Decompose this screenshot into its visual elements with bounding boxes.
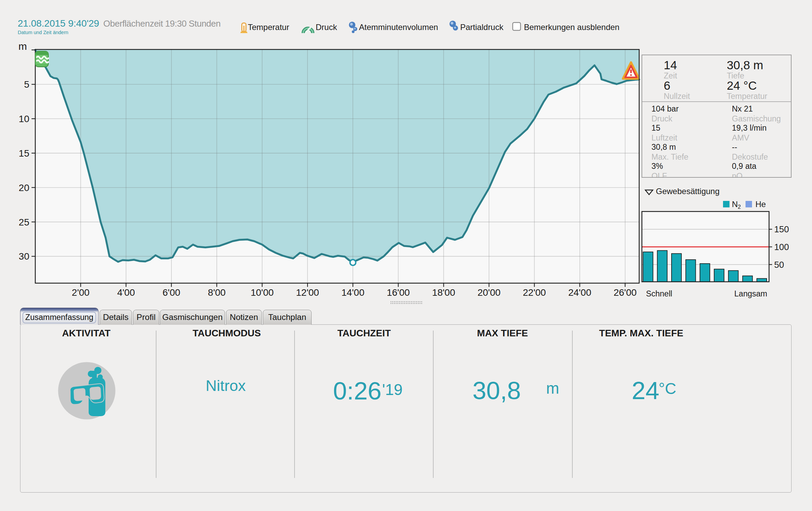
svg-text:Partialdruck: Partialdruck xyxy=(460,23,504,32)
svg-text:30,8: 30,8 xyxy=(472,377,521,404)
svg-text:Temperatur: Temperatur xyxy=(727,92,767,101)
svg-text:26'00: 26'00 xyxy=(614,287,637,298)
svg-text:TEMP. MAX. TIEFE: TEMP. MAX. TIEFE xyxy=(599,328,683,338)
svg-text:Gasmischung: Gasmischung xyxy=(732,114,781,123)
svg-text:30,8 m: 30,8 m xyxy=(727,58,763,72)
svg-text:24'00: 24'00 xyxy=(568,287,591,298)
svg-text:Nitrox: Nitrox xyxy=(206,377,246,394)
svg-text:10'00: 10'00 xyxy=(251,287,274,298)
svg-text:21.08.2015 9:40'29: 21.08.2015 9:40'29 xyxy=(18,18,99,29)
svg-text:TAUCHZEIT: TAUCHZEIT xyxy=(337,328,391,338)
svg-text:Atemminutenvolumen: Atemminutenvolumen xyxy=(359,23,438,32)
svg-text:25: 25 xyxy=(19,217,29,228)
svg-text:12'00: 12'00 xyxy=(296,287,319,298)
svg-text:150: 150 xyxy=(774,224,789,234)
svg-text:4'00: 4'00 xyxy=(117,287,135,298)
svg-text:Nullzeit: Nullzeit xyxy=(664,92,690,101)
svg-text:18'00: 18'00 xyxy=(432,287,455,298)
svg-text:Luftzeit: Luftzeit xyxy=(651,133,677,142)
svg-text:20: 20 xyxy=(19,182,29,193)
svg-text:10: 10 xyxy=(19,114,29,124)
svg-text:0,9 ata: 0,9 ata xyxy=(732,162,757,171)
svg-text:Bemerkungen ausblenden: Bemerkungen ausblenden xyxy=(524,23,619,32)
svg-text:0:26: 0:26 xyxy=(333,377,381,405)
svg-text:22'00: 22'00 xyxy=(523,287,546,298)
svg-text:Max. Tiefe: Max. Tiefe xyxy=(651,152,688,161)
svg-text:Datum und Zeit ändern: Datum und Zeit ändern xyxy=(18,30,68,35)
svg-text:m: m xyxy=(18,41,27,52)
svg-text:19,3 l/min: 19,3 l/min xyxy=(732,123,767,132)
svg-text:m: m xyxy=(546,379,559,397)
svg-text:AKTIVITAT: AKTIVITAT xyxy=(62,328,110,338)
svg-text:°C: °C xyxy=(659,380,676,397)
svg-text:Temperatur: Temperatur xyxy=(248,23,289,32)
svg-text:104 bar: 104 bar xyxy=(651,104,679,113)
svg-text:'19: '19 xyxy=(382,381,403,398)
svg-text:30,8 m: 30,8 m xyxy=(651,143,676,151)
svg-text:AMV: AMV xyxy=(732,133,749,142)
svg-text:He: He xyxy=(755,200,766,209)
svg-text:Druck: Druck xyxy=(651,114,673,123)
svg-text:5: 5 xyxy=(24,79,29,90)
svg-text:16'00: 16'00 xyxy=(387,287,410,298)
svg-text:100: 100 xyxy=(774,242,789,252)
svg-text:Schnell: Schnell xyxy=(646,289,672,298)
svg-text:30: 30 xyxy=(19,251,29,262)
svg-text:3%: 3% xyxy=(651,162,663,171)
svg-text:15: 15 xyxy=(19,148,29,159)
svg-text:MAX TIEFE: MAX TIEFE xyxy=(477,328,528,338)
svg-text:6: 6 xyxy=(664,79,670,92)
svg-text:Nx 21: Nx 21 xyxy=(732,104,753,113)
svg-text:OLF: OLF xyxy=(651,172,667,180)
svg-text:14: 14 xyxy=(664,58,677,72)
svg-text:2'00: 2'00 xyxy=(72,287,90,298)
svg-text:N2: N2 xyxy=(732,200,741,210)
svg-text:14'00: 14'00 xyxy=(341,287,364,298)
svg-text:TAUCHMODUS: TAUCHMODUS xyxy=(193,328,261,338)
svg-text:Oberflächenzeit 19:30 Stunden: Oberflächenzeit 19:30 Stunden xyxy=(103,18,221,29)
svg-text:Druck: Druck xyxy=(316,23,337,32)
svg-text:20'00: 20'00 xyxy=(478,287,501,298)
svg-text:24 °C: 24 °C xyxy=(727,79,757,92)
svg-text:Langsam: Langsam xyxy=(734,289,767,298)
svg-text:24: 24 xyxy=(632,377,659,404)
svg-text:6'00: 6'00 xyxy=(163,287,180,298)
svg-text:pO: pO xyxy=(732,172,742,180)
svg-text:Gewebesättigung: Gewebesättigung xyxy=(656,187,720,196)
svg-text:50: 50 xyxy=(774,260,784,270)
svg-text:--: -- xyxy=(732,143,737,151)
svg-text:15: 15 xyxy=(651,123,660,132)
svg-text:Dekostufe: Dekostufe xyxy=(732,152,768,161)
svg-text:8'00: 8'00 xyxy=(208,287,226,298)
